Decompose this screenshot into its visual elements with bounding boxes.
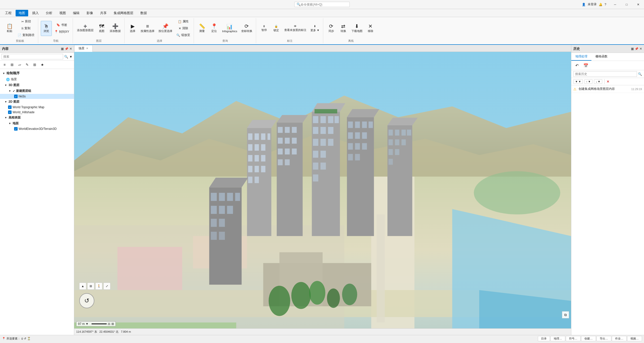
elevation-header[interactable]: ▼ 高程表面 (0, 115, 74, 121)
world-elevation-checkbox[interactable]: ✓ (14, 127, 18, 131)
status-tab-jobs[interactable]: 作业… (612, 336, 627, 341)
copy-button[interactable]: ⎘ 复制 (16, 25, 36, 31)
refresh-button[interactable]: ↺ (24, 337, 26, 340)
history-auto-hide-button[interactable]: 📌 (635, 47, 638, 51)
contents-search-input[interactable] (2, 54, 63, 59)
compass[interactable]: ↺ (79, 293, 94, 308)
hki3s-item[interactable]: ✓ hki3s (0, 94, 74, 99)
help-icon[interactable]: ? (605, 3, 606, 6)
search-options-icon[interactable]: ▼ (69, 55, 72, 59)
close-scene-tab[interactable]: ✕ (86, 47, 88, 50)
measure-button[interactable]: 📏 测量 (196, 21, 208, 36)
world-hillshade-checkbox[interactable]: ✓ (8, 110, 12, 114)
status-tab-geo[interactable]: 地理… (550, 336, 565, 341)
select-by-attr-button[interactable]: ≡ 按属性选择 (139, 21, 156, 36)
scale-selector[interactable]: 97 m ▼ (78, 322, 89, 326)
mini-map-button[interactable]: ⧉ (562, 311, 569, 318)
select-by-loc-button[interactable]: 📌 按位置选择 (157, 21, 174, 36)
scene-item[interactable]: 🌐 场景 (0, 77, 74, 82)
3d-layers-header[interactable]: ▼ 3D 图层 (0, 82, 74, 88)
menu-edit[interactable]: 编辑 (70, 10, 83, 16)
filter-type-button[interactable]: ▼ ▼ (573, 79, 583, 84)
menu-share[interactable]: 共享 (97, 10, 110, 16)
menu-insert[interactable]: 插入 (29, 10, 42, 16)
status-tab-video[interactable]: 视频… (627, 336, 642, 341)
menu-map[interactable]: 地图 (16, 10, 28, 16)
sync-button[interactable]: ⟳ 同步 (326, 21, 337, 36)
table-view-button[interactable]: ⊞ (9, 62, 15, 68)
zoom-in-button[interactable]: ▲ (79, 283, 86, 290)
menu-imagery[interactable]: 影像 (84, 10, 96, 16)
sort-desc-button[interactable]: ↓ ▼ (594, 79, 602, 84)
add-data-button[interactable]: ➕ 添加数据 (108, 21, 122, 36)
panel-close-button[interactable]: ✕ (69, 47, 72, 51)
scale-bar-icon2[interactable]: ⊞ (111, 322, 114, 326)
history-minimize-button[interactable]: ▣ (631, 47, 634, 51)
world-topo-item[interactable]: ✓ World Topographic Map (0, 105, 74, 110)
tab-geoprocessing[interactable]: 地理处理 (571, 53, 591, 61)
cut-button[interactable]: ✂ 剪切 (16, 18, 36, 25)
new-layer-group-header[interactable]: ▼ ✓ 新建图层组 (0, 88, 74, 94)
attributes-button[interactable]: 📋 属性 (175, 18, 192, 25)
new-group-checkbox[interactable]: ✓ (13, 89, 15, 93)
menu-integrated-mesh[interactable]: 集成网格图层 (111, 10, 136, 16)
scale-dropdown-icon[interactable]: ▼ (86, 322, 89, 326)
tab-raster-func[interactable]: 栅格函数 (591, 53, 612, 61)
filter-button[interactable]: ▱ (17, 62, 23, 68)
world-hillshade-item[interactable]: ✓ World_Hillshade (0, 110, 74, 115)
history-item[interactable]: ⚠ 创建集成网格场景图层内容 11:29:19 (571, 85, 644, 93)
menu-project[interactable]: 工程 (2, 10, 15, 16)
minimize-button[interactable]: ─ (609, 0, 621, 9)
draw-order-header[interactable]: ▼ 绘制顺序 (0, 70, 74, 77)
download-map-button[interactable]: ⬇ 下载地图 (350, 21, 364, 36)
paste-button[interactable]: 📋 粘贴 (4, 21, 15, 36)
clear-button[interactable]: ✕ 清除 (175, 25, 192, 31)
status-tab-symbols[interactable]: 符号… (566, 336, 581, 341)
scene-tab[interactable]: 场景 ✕ (74, 45, 93, 52)
edit-layer-button[interactable]: ✎ (24, 62, 30, 68)
map-viewport[interactable]: ▲ ⊞ 🚶 ⤢ ↺ 97 m ▼ ⚖ ⊞ ⧉ (74, 52, 571, 328)
browse-button[interactable]: 🖱 浏览 (41, 21, 52, 36)
remove-button[interactable]: ✕ 移除 (365, 21, 376, 36)
history-calendar-button[interactable]: 📅 (582, 62, 589, 69)
world-topo-checkbox[interactable]: ✓ (8, 105, 12, 109)
group-layers-button[interactable]: ⊞ (32, 62, 38, 68)
status-tab-catalog[interactable]: 目录 (538, 336, 550, 341)
infographics-button[interactable]: 📊 Infographics (221, 21, 239, 36)
menu-data[interactable]: 数据 (137, 10, 150, 16)
basemap-button[interactable]: 🗺 底图 (96, 21, 107, 36)
view-unplaced-button[interactable]: 👁 查看未放置的标注 (283, 24, 308, 33)
filter-clear-button[interactable]: ✕ (607, 80, 610, 84)
lock-button[interactable]: 🔒 锁定 (271, 24, 282, 33)
world-elevation-item[interactable]: ✓ WorldElevation3D/Terrain3D (0, 126, 74, 131)
add-graphic-layer-button[interactable]: ➕ 添加图形图层 (75, 24, 95, 33)
hki3s-checkbox[interactable]: ✓ (14, 95, 18, 98)
panel-auto-hide-button[interactable]: 📌 (65, 47, 68, 51)
scale-bar-icon1[interactable]: ⚖ (108, 322, 110, 326)
maximize-button[interactable]: □ (621, 0, 632, 9)
2d-layers-header[interactable]: ▼ 2D 图层 (0, 99, 74, 105)
goto-xy-button[interactable]: 📍 转到XY (53, 29, 71, 35)
sort-asc-button[interactable]: ↑ ▼ (584, 79, 592, 84)
locate-button[interactable]: 📍 定位 (209, 21, 220, 36)
history-undo-button[interactable]: ↶ (573, 62, 580, 69)
status-tab-create[interactable]: 创建… (581, 336, 596, 341)
status-tab-export[interactable]: 导出… (596, 336, 611, 341)
notification-icon[interactable]: 🔔 (599, 3, 602, 6)
full-extent-button[interactable]: ⤢ (103, 283, 110, 290)
history-search-input[interactable] (573, 71, 637, 77)
convert-button[interactable]: ⇄ 转换 (338, 21, 349, 36)
copy-path-button[interactable]: 📄 复制路径 (16, 32, 36, 38)
bookmark-button[interactable]: 🔖 书签 (53, 22, 71, 28)
select-button[interactable]: ▶ 选择 (127, 21, 138, 36)
close-button[interactable]: ✕ (632, 0, 644, 9)
layer-order-button[interactable]: ≡ (2, 62, 8, 68)
star-button[interactable]: ★ (39, 62, 45, 68)
pause-button[interactable]: ⏸ 智停 (259, 24, 270, 33)
global-search-input[interactable] (301, 3, 346, 6)
walk-button[interactable]: 🚶 (95, 283, 102, 290)
global-search-box[interactable]: 🔍 (294, 2, 350, 7)
coord-transform-button[interactable]: ⟳ 坐标转换 (240, 21, 254, 36)
more-button[interactable]: ⬇ 更多 ▼ (309, 24, 321, 33)
ground-header[interactable]: ▼ 地面 (0, 121, 74, 126)
